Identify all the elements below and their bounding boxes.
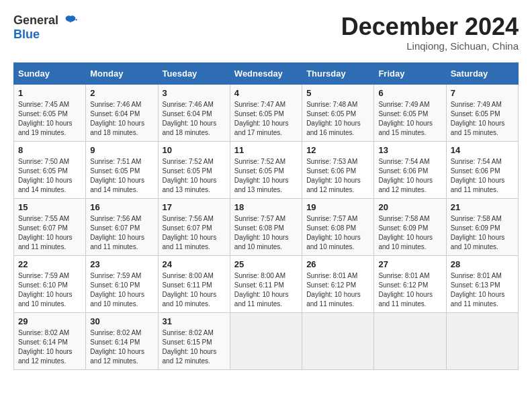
day-info: Sunrise: 8:01 AMSunset: 6:12 PMDaylight:… (378, 271, 441, 309)
day-info: Sunrise: 7:52 AMSunset: 6:05 PMDaylight:… (234, 157, 298, 195)
day-info: Sunrise: 8:02 AMSunset: 6:15 PMDaylight:… (163, 328, 226, 366)
calendar-cell: 14Sunrise: 7:54 AMSunset: 6:06 PMDayligh… (446, 141, 518, 198)
day-info: Sunrise: 7:49 AMSunset: 6:05 PMDaylight:… (378, 100, 441, 138)
calendar-week-5: 29Sunrise: 8:02 AMSunset: 6:14 PMDayligh… (14, 312, 519, 369)
day-info: Sunrise: 7:54 AMSunset: 6:06 PMDaylight:… (451, 157, 514, 195)
day-number: 5 (306, 88, 369, 98)
calendar-week-3: 15Sunrise: 7:55 AMSunset: 6:07 PMDayligh… (14, 198, 519, 255)
calendar-cell: 24Sunrise: 8:00 AMSunset: 6:11 PMDayligh… (158, 255, 230, 312)
day-number: 2 (90, 88, 153, 98)
calendar-cell: 29Sunrise: 8:02 AMSunset: 6:14 PMDayligh… (14, 312, 86, 369)
day-info: Sunrise: 8:00 AMSunset: 6:11 PMDaylight:… (234, 271, 298, 309)
day-number: 6 (378, 88, 441, 98)
day-info: Sunrise: 7:57 AMSunset: 6:08 PMDaylight:… (234, 214, 298, 252)
day-info: Sunrise: 7:54 AMSunset: 6:06 PMDaylight:… (378, 157, 441, 195)
calendar-week-2: 8Sunrise: 7:50 AMSunset: 6:05 PMDaylight… (14, 141, 519, 198)
day-number: 9 (90, 145, 153, 155)
header-wednesday: Wednesday (230, 62, 302, 84)
day-number: 17 (163, 202, 226, 212)
calendar-cell (302, 312, 374, 369)
day-number: 16 (90, 202, 153, 212)
day-info: Sunrise: 7:49 AMSunset: 6:05 PMDaylight:… (451, 100, 514, 138)
day-info: Sunrise: 7:56 AMSunset: 6:07 PMDaylight:… (163, 214, 226, 252)
day-number: 18 (234, 202, 298, 212)
logo: General Blue (13, 13, 78, 42)
day-number: 23 (90, 259, 153, 269)
calendar-cell: 21Sunrise: 7:58 AMSunset: 6:09 PMDayligh… (446, 198, 518, 255)
calendar-cell: 25Sunrise: 8:00 AMSunset: 6:11 PMDayligh… (230, 255, 302, 312)
title-area: December 2024 Linqiong, Sichuan, China (341, 13, 519, 52)
header-sunday: Sunday (14, 62, 86, 84)
calendar-cell (230, 312, 302, 369)
calendar-cell: 30Sunrise: 8:02 AMSunset: 6:14 PMDayligh… (86, 312, 158, 369)
calendar-cell: 13Sunrise: 7:54 AMSunset: 6:06 PMDayligh… (374, 141, 446, 198)
calendar-cell: 6Sunrise: 7:49 AMSunset: 6:05 PMDaylight… (374, 84, 446, 141)
day-number: 4 (234, 88, 298, 98)
logo-general: General (13, 13, 78, 29)
header-friday: Friday (374, 62, 446, 84)
day-info: Sunrise: 8:02 AMSunset: 6:14 PMDaylight:… (90, 328, 153, 366)
day-info: Sunrise: 7:46 AMSunset: 6:04 PMDaylight:… (90, 100, 153, 138)
day-number: 19 (306, 202, 369, 212)
day-info: Sunrise: 7:58 AMSunset: 6:09 PMDaylight:… (378, 214, 441, 252)
header-monday: Monday (86, 62, 158, 84)
day-info: Sunrise: 7:59 AMSunset: 6:10 PMDaylight:… (18, 271, 81, 309)
day-number: 26 (306, 259, 369, 269)
header-saturday: Saturday (446, 62, 518, 84)
calendar-cell: 28Sunrise: 8:01 AMSunset: 6:13 PMDayligh… (446, 255, 518, 312)
calendar-cell: 7Sunrise: 7:49 AMSunset: 6:05 PMDaylight… (446, 84, 518, 141)
day-number: 3 (163, 88, 226, 98)
day-info: Sunrise: 7:50 AMSunset: 6:05 PMDaylight:… (18, 157, 81, 195)
day-info: Sunrise: 7:55 AMSunset: 6:07 PMDaylight:… (18, 214, 81, 252)
day-number: 13 (378, 145, 441, 155)
calendar-cell: 18Sunrise: 7:57 AMSunset: 6:08 PMDayligh… (230, 198, 302, 255)
day-info: Sunrise: 8:01 AMSunset: 6:12 PMDaylight:… (306, 271, 369, 309)
day-number: 7 (451, 88, 514, 98)
calendar-header-row: SundayMondayTuesdayWednesdayThursdayFrid… (14, 62, 519, 84)
location: Linqiong, Sichuan, China (341, 40, 519, 52)
header-tuesday: Tuesday (158, 62, 230, 84)
day-number: 27 (378, 259, 441, 269)
calendar-cell: 15Sunrise: 7:55 AMSunset: 6:07 PMDayligh… (14, 198, 86, 255)
calendar-cell: 12Sunrise: 7:53 AMSunset: 6:06 PMDayligh… (302, 141, 374, 198)
day-info: Sunrise: 8:02 AMSunset: 6:14 PMDaylight:… (18, 328, 81, 366)
day-number: 25 (234, 259, 298, 269)
day-info: Sunrise: 7:56 AMSunset: 6:07 PMDaylight:… (90, 214, 153, 252)
day-number: 31 (163, 316, 226, 326)
logo-blue: Blue (13, 28, 40, 42)
calendar-cell: 23Sunrise: 7:59 AMSunset: 6:10 PMDayligh… (86, 255, 158, 312)
day-info: Sunrise: 7:53 AMSunset: 6:06 PMDaylight:… (306, 157, 369, 195)
day-info: Sunrise: 7:58 AMSunset: 6:09 PMDaylight:… (451, 214, 514, 252)
calendar-week-4: 22Sunrise: 7:59 AMSunset: 6:10 PMDayligh… (14, 255, 519, 312)
header: General Blue December 2024 Linqiong, Sic… (13, 13, 519, 52)
day-info: Sunrise: 7:48 AMSunset: 6:05 PMDaylight:… (306, 100, 369, 138)
day-number: 1 (18, 88, 81, 98)
calendar-cell: 11Sunrise: 7:52 AMSunset: 6:05 PMDayligh… (230, 141, 302, 198)
calendar: SundayMondayTuesdayWednesdayThursdayFrid… (13, 62, 519, 370)
calendar-cell: 3Sunrise: 7:46 AMSunset: 6:04 PMDaylight… (158, 84, 230, 141)
day-number: 8 (18, 145, 81, 155)
day-info: Sunrise: 7:47 AMSunset: 6:05 PMDaylight:… (234, 100, 298, 138)
day-number: 28 (451, 259, 514, 269)
day-number: 20 (378, 202, 441, 212)
day-info: Sunrise: 7:59 AMSunset: 6:10 PMDaylight:… (90, 271, 153, 309)
calendar-cell: 31Sunrise: 8:02 AMSunset: 6:15 PMDayligh… (158, 312, 230, 369)
calendar-cell: 1Sunrise: 7:45 AMSunset: 6:05 PMDaylight… (14, 84, 86, 141)
calendar-cell: 20Sunrise: 7:58 AMSunset: 6:09 PMDayligh… (374, 198, 446, 255)
calendar-cell (446, 312, 518, 369)
calendar-cell: 16Sunrise: 7:56 AMSunset: 6:07 PMDayligh… (86, 198, 158, 255)
calendar-cell: 17Sunrise: 7:56 AMSunset: 6:07 PMDayligh… (158, 198, 230, 255)
day-info: Sunrise: 7:51 AMSunset: 6:05 PMDaylight:… (90, 157, 153, 195)
day-number: 10 (163, 145, 226, 155)
calendar-cell: 27Sunrise: 8:01 AMSunset: 6:12 PMDayligh… (374, 255, 446, 312)
calendar-cell: 2Sunrise: 7:46 AMSunset: 6:04 PMDaylight… (86, 84, 158, 141)
day-info: Sunrise: 7:46 AMSunset: 6:04 PMDaylight:… (163, 100, 226, 138)
day-number: 29 (18, 316, 81, 326)
month-title: December 2024 (341, 13, 519, 40)
day-number: 12 (306, 145, 369, 155)
day-number: 30 (90, 316, 153, 326)
calendar-cell (374, 312, 446, 369)
day-info: Sunrise: 7:57 AMSunset: 6:08 PMDaylight:… (306, 214, 369, 252)
day-info: Sunrise: 7:52 AMSunset: 6:05 PMDaylight:… (163, 157, 226, 195)
day-info: Sunrise: 8:01 AMSunset: 6:13 PMDaylight:… (451, 271, 514, 309)
